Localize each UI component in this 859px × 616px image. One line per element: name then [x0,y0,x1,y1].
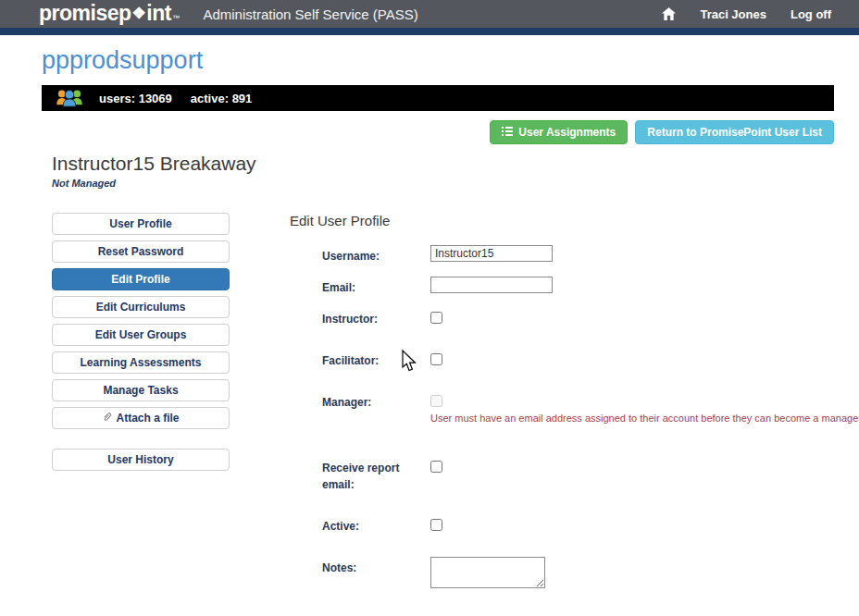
email-input[interactable] [430,277,553,293]
facilitator-checkbox[interactable] [430,353,442,365]
email-label: Email: [322,277,430,296]
return-label: Return to PromisePoint User List [647,127,822,138]
active-row: Active: [290,515,859,535]
notes-textarea[interactable] [430,557,545,588]
manager-row: Manager: User must have an email address… [290,391,859,424]
user-assignments-label: User Assignments [518,127,616,138]
sidebar-item-attach-file[interactable]: Attach a file [52,407,230,429]
site-title: ppprodsupport [42,46,834,75]
header-accent-strip [0,28,859,35]
page-actions: User Assignments Return to PromisePoint … [42,120,834,144]
sidebar-menu: User Profile Reset Password Edit Profile… [52,213,230,616]
sidebar-item-reset-password[interactable]: Reset Password [52,240,230,263]
sidebar-item-learning-assessments[interactable]: Learning Assessments [52,351,230,374]
email-row: Email: [290,277,859,296]
instructor-label: Instructor: [322,308,430,327]
manager-label: Manager: [322,391,430,411]
app-title: Administration Self Service (PASS) [203,6,417,22]
top-bar: promisep❖int™ Administration Self Servic… [0,0,859,28]
users-count: users: 13069 [99,92,172,105]
edit-user-profile-form: Edit User Profile Username: Email: Instr… [290,213,859,616]
sidebar-item-edit-curriculums[interactable]: Edit Curriculums [52,296,230,318]
users-group-icon [55,88,84,108]
attach-file-label: Attach a file [116,412,179,425]
sidebar-item-user-profile[interactable]: User Profile [52,213,230,235]
notes-row: Notes: [290,557,859,588]
active-checkbox[interactable] [430,519,442,531]
instructor-checkbox[interactable] [430,312,442,324]
user-heading: Instructor15 Breakaway [52,153,834,175]
sidebar-item-edit-profile[interactable]: Edit Profile [52,268,230,290]
sidebar-item-user-history[interactable]: User History [52,449,230,471]
user-stats-bar: users: 13069 active: 891 [42,85,834,111]
diamond-icon: ❖ [132,6,146,21]
active-count: active: 891 [191,92,253,105]
paperclip-icon [102,412,112,425]
receive-report-checkbox[interactable] [430,461,442,473]
home-icon[interactable] [662,7,676,20]
manager-checkbox [430,395,442,407]
receive-report-row: Receive report email: [290,457,859,493]
sidebar-item-manage-tasks[interactable]: Manage Tasks [52,379,230,401]
managed-status: Not Managed [52,178,834,189]
logo-text-right: int [146,3,171,24]
sidebar-item-edit-user-groups[interactable]: Edit User Groups [52,324,230,346]
form-title: Edit User Profile [290,213,859,228]
active-label: Active: [322,515,430,535]
logoff-link[interactable]: Log off [791,7,831,21]
username-input[interactable] [430,245,553,262]
instructor-row: Instructor: [290,308,859,327]
user-assignments-button[interactable]: User Assignments [490,120,628,144]
receive-report-label: Receive report email: [322,457,430,493]
notes-label: Notes: [322,557,430,576]
username-label: Username: [322,245,430,265]
facilitator-label: Facilitator: [322,350,430,369]
trademark-symbol: ™ [172,15,180,22]
logo-text-left: promisep [39,3,131,24]
username-row: Username: [290,245,859,265]
manager-requirement-note: User must have an email address assigned… [430,413,859,424]
facilitator-row: Facilitator: [290,350,859,369]
list-icon [502,127,513,138]
promisepoint-logo: promisep❖int™ [39,3,179,24]
logged-in-user[interactable]: Traci Jones [700,7,766,21]
return-to-user-list-button[interactable]: Return to PromisePoint User List [635,120,834,144]
